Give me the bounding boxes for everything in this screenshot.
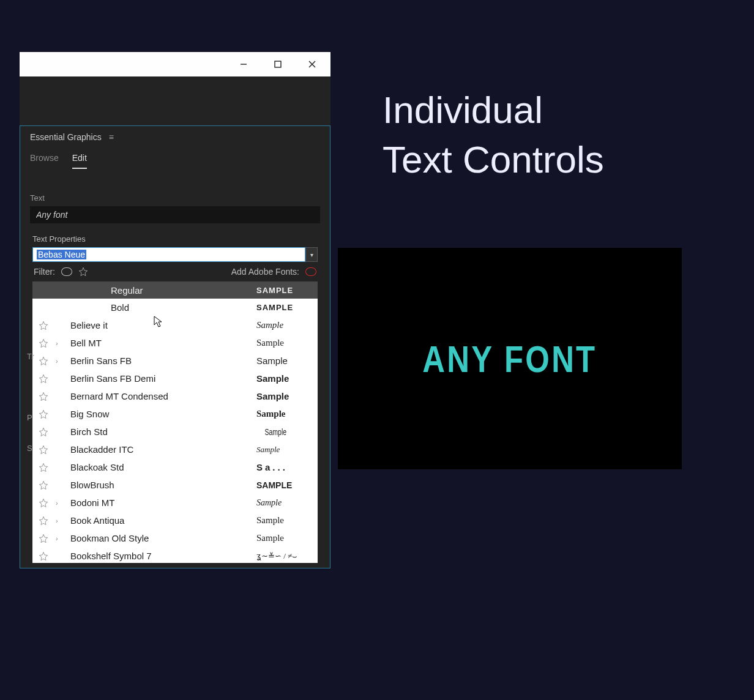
font-option[interactable]: Believe itSample — [32, 316, 318, 334]
panel-title: Essential Graphics — [30, 132, 102, 142]
truncated-label-s: S — [27, 444, 32, 453]
menubar-area — [20, 76, 330, 125]
text-layer-name-input[interactable] — [30, 206, 320, 223]
font-name: Bernard MT Condensed — [68, 391, 250, 401]
favorite-star-icon[interactable] — [39, 338, 50, 348]
minimize-button[interactable] — [230, 55, 257, 73]
expand-chevron-icon[interactable]: › — [56, 535, 62, 542]
font-option[interactable]: ›Bodoni MTSample — [32, 494, 318, 512]
favorite-star-icon[interactable] — [39, 498, 50, 508]
creative-cloud-icon[interactable] — [61, 267, 72, 276]
font-sample: Sample — [256, 445, 312, 455]
font-option[interactable]: BlowBrushSAMPLE — [32, 476, 318, 494]
font-family-value: Bebas Neue — [37, 250, 86, 259]
favorite-star-icon[interactable] — [39, 374, 50, 384]
expand-chevron-icon[interactable]: › — [56, 499, 62, 507]
font-sample: Sample — [256, 533, 312, 543]
font-weight-option[interactable]: BoldSAMPLE — [32, 299, 318, 316]
font-sample: SAMPLE — [256, 480, 312, 490]
font-option[interactable]: Blackadder ITCSample — [32, 441, 318, 458]
font-option[interactable]: ›Book AntiquaSample — [32, 512, 318, 529]
favorite-star-icon[interactable] — [39, 392, 50, 401]
favorite-star-icon[interactable] — [39, 534, 50, 543]
expand-chevron-icon[interactable]: › — [56, 517, 62, 524]
text-properties-label: Text Properties — [20, 223, 330, 247]
font-name: Berlin Sans FB — [68, 356, 250, 366]
font-option[interactable]: Bernard MT CondensedSample — [32, 387, 318, 405]
font-name: Bookman Old Style — [68, 533, 250, 543]
favorite-star-icon[interactable] — [39, 480, 50, 490]
filter-label: Filter: — [34, 267, 55, 277]
font-name: Bookshelf Symbol 7 — [68, 551, 250, 561]
panel-menu-icon[interactable]: ≡ — [109, 132, 114, 142]
favorite-star-icon[interactable] — [39, 516, 50, 526]
panel-header: Essential Graphics ≡ — [20, 126, 330, 148]
font-sample: Sample — [256, 409, 312, 419]
font-name: Book Antiqua — [68, 515, 250, 526]
font-option[interactable]: Berlin Sans FB DemiSample — [32, 370, 318, 387]
maximize-button[interactable] — [264, 55, 291, 73]
font-name: BlowBrush — [68, 480, 250, 490]
panel-tabs: Browse Edit — [20, 148, 330, 169]
font-sample: Sample — [256, 356, 312, 366]
truncated-label-tr: Tr — [27, 352, 34, 361]
favorite-star-icon[interactable] — [39, 356, 50, 366]
font-weight-name: Regular — [68, 285, 250, 296]
favorite-star-icon[interactable] — [39, 321, 50, 330]
svg-rect-1 — [275, 61, 281, 67]
font-sample: SAMPLE — [256, 286, 312, 295]
font-sample: Sample — [265, 426, 304, 437]
text-section-label: Text — [20, 169, 330, 206]
favorite-star-icon[interactable] — [39, 445, 50, 455]
headline-line-2: Text Controls — [383, 135, 604, 185]
font-name: Bodoni MT — [68, 497, 250, 508]
font-sample: SAMPLE — [256, 303, 312, 312]
font-sample: Sample — [256, 515, 312, 526]
font-dropdown-list[interactable]: RegularSAMPLEBoldSAMPLEBelieve itSample›… — [32, 281, 318, 563]
favorite-star-icon[interactable] — [39, 463, 50, 472]
font-sample: Sa... — [256, 462, 312, 472]
font-option[interactable]: ›Bell MTSample — [32, 334, 318, 352]
font-name: Big Snow — [68, 409, 250, 419]
window-titlebar — [20, 52, 330, 76]
chevron-down-icon[interactable]: ▾ — [305, 247, 318, 262]
font-name: Bell MT — [68, 338, 250, 348]
essential-graphics-panel: Essential Graphics ≡ Browse Edit Text Te… — [20, 125, 330, 568]
tab-browse[interactable]: Browse — [30, 153, 59, 169]
font-family-select[interactable]: Bebas Neue ▾ — [32, 247, 318, 262]
font-name: Birch Std — [68, 426, 250, 437]
expand-chevron-icon[interactable]: › — [56, 340, 62, 347]
slide-headline: Individual Text Controls — [383, 86, 604, 184]
font-filter-row: Filter: Add Adobe Fonts: — [20, 262, 330, 281]
font-sample: Sample — [256, 338, 312, 348]
preview-text: ANY FONT — [422, 337, 597, 381]
font-option[interactable]: Big SnowSample — [32, 405, 318, 423]
font-weight-option[interactable]: RegularSAMPLE — [32, 281, 318, 299]
app-window: Essential Graphics ≡ Browse Edit Text Te… — [20, 52, 330, 568]
font-weight-name: Bold — [68, 302, 250, 313]
font-option[interactable]: Blackoak StdSa... — [32, 458, 318, 476]
truncated-label-p: P — [27, 413, 32, 422]
font-name: Blackoak Std — [68, 462, 250, 472]
video-preview: ANY FONT — [338, 248, 682, 469]
tab-edit[interactable]: Edit — [72, 153, 87, 169]
favorite-star-icon[interactable] — [39, 409, 50, 419]
favorite-star-icon[interactable] — [39, 427, 50, 437]
font-sample: Sample — [256, 320, 312, 330]
add-adobe-fonts-label: Add Adobe Fonts: — [231, 267, 299, 277]
font-option[interactable]: Bookshelf Symbol 7ʓ∼≚∽ / ≠⌣ — [32, 547, 318, 563]
favorite-filter-icon[interactable] — [78, 267, 88, 277]
font-option[interactable]: Birch StdSample — [32, 423, 318, 441]
headline-line-1: Individual — [383, 86, 604, 135]
font-name: Believe it — [68, 320, 250, 330]
font-sample: Sample — [256, 498, 312, 508]
font-sample: Sample — [256, 373, 312, 384]
adobe-fonts-icon[interactable] — [305, 267, 316, 276]
close-button[interactable] — [299, 55, 326, 73]
font-option[interactable]: ›Bookman Old StyleSample — [32, 529, 318, 547]
favorite-star-icon[interactable] — [39, 551, 50, 561]
font-sample: Sample — [256, 391, 312, 401]
expand-chevron-icon[interactable]: › — [56, 357, 62, 365]
font-name: Berlin Sans FB Demi — [68, 373, 250, 384]
font-option[interactable]: ›Berlin Sans FBSample — [32, 352, 318, 370]
